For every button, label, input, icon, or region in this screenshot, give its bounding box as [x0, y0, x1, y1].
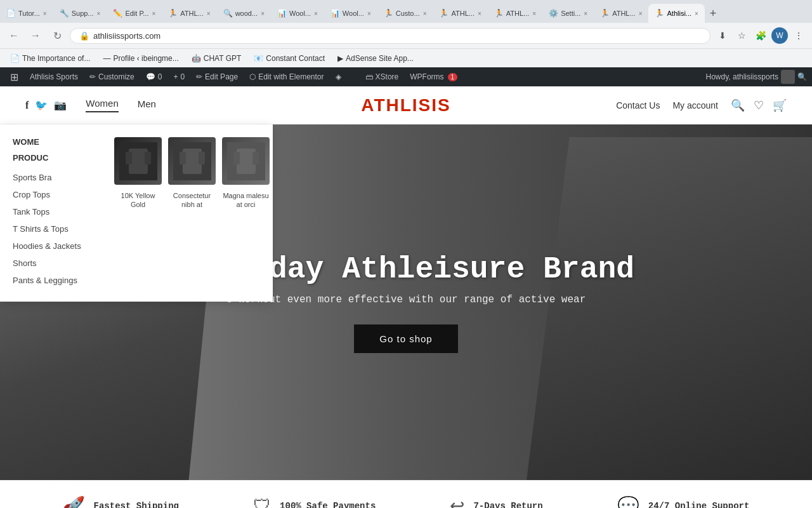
dropdown-category-t-shirts[interactable]: T Shirts & Tops — [13, 220, 102, 237]
facebook-icon[interactable]: f — [25, 100, 29, 111]
tab-11[interactable]: ⚙️ Setti... × — [542, 4, 594, 23]
support-label: 24/7 Online Support — [648, 501, 750, 509]
svg-rect-10 — [233, 152, 240, 164]
instagram-icon[interactable]: 📷 — [54, 99, 67, 111]
dropdown-products-header: PRODUC — [13, 153, 102, 163]
tab-close[interactable]: × — [261, 10, 265, 17]
search-icon[interactable]: 🔍 — [797, 72, 807, 81]
profile-icon[interactable]: W — [771, 27, 788, 44]
reload-button[interactable]: ↻ — [48, 27, 66, 44]
tab-favicon: 🔍 — [223, 9, 232, 18]
back-button[interactable]: ← — [5, 27, 23, 44]
bookmark-item[interactable]: ▶ AdSense Site App... — [332, 52, 419, 65]
bookmark-item[interactable]: 📄 The Importance of... — [5, 52, 95, 65]
wp-shape[interactable]: ◈ — [331, 67, 346, 86]
wp-xstore[interactable]: 🗃 XStore — [360, 67, 404, 86]
dropdown-category-crop-tops[interactable]: Crop Tops — [13, 186, 102, 203]
tab-close[interactable]: × — [43, 10, 47, 17]
nav-link-women[interactable]: Women — [86, 98, 118, 112]
wp-admin-bar: ⊞ Athlisis Sports ✏ Customize 💬 0 + 0 ✏ … — [0, 67, 812, 86]
tab-close[interactable]: × — [478, 10, 481, 17]
contact-us-link[interactable]: Contact Us — [616, 100, 660, 110]
product-thumb-1[interactable] — [114, 137, 162, 185]
tab-close[interactable]: × — [695, 10, 698, 17]
dropdown-category-hoodies[interactable]: Hoodies & Jackets — [13, 237, 102, 255]
wp-site-name[interactable]: Athlisis Sports — [25, 67, 83, 86]
new-tab-button[interactable]: + — [705, 7, 722, 20]
dropdown-category-shorts[interactable]: Shorts — [13, 255, 102, 272]
footer-bar: 🚀 Fastest Shipping 🛡 100% Safe Payments … — [0, 480, 812, 508]
tab-close[interactable]: × — [367, 10, 371, 17]
url-text: athlisiissports.com — [93, 31, 701, 41]
tab-favicon: 🔧 — [60, 9, 69, 18]
extensions-icon[interactable]: 🧩 — [752, 27, 769, 44]
tab-2[interactable]: 🔧 Supp... × — [53, 4, 107, 23]
my-account-link[interactable]: My account — [672, 100, 718, 110]
product-label-1: 10K Yellow Gold — [114, 191, 162, 210]
tab-title: Tutor... — [18, 10, 40, 17]
new-label: 0 — [180, 72, 185, 81]
dropdown-menu: WOME PRODUC Sports Bra Crop Tops Tank To… — [0, 124, 273, 302]
tab-close[interactable]: × — [532, 10, 536, 17]
tab-close[interactable]: × — [207, 10, 211, 17]
product-thumb-3[interactable] — [222, 137, 270, 185]
tab-close[interactable]: × — [639, 10, 643, 17]
wp-elementor[interactable]: ⬡ Edit with Elementor — [244, 67, 329, 86]
tab-title: ATHL... — [506, 10, 529, 17]
wp-comments[interactable]: 💬 0 — [141, 67, 167, 86]
forward-button[interactable]: → — [27, 27, 44, 44]
product-thumb-2[interactable] — [168, 137, 216, 185]
tab-13-active[interactable]: 🏃 Athlisi... × — [648, 4, 704, 23]
tab-1[interactable]: 📄 Tutor... × — [0, 4, 53, 23]
tab-10[interactable]: 🏃 ATHL... × — [488, 4, 542, 23]
bookmark-icon[interactable]: ☆ — [733, 27, 750, 44]
tab-6[interactable]: 📊 Wool... × — [271, 4, 324, 23]
svg-rect-6 — [180, 152, 186, 164]
bookmark-icon: 🤖 — [192, 54, 201, 63]
tab-12[interactable]: 🏃 ATHL... × — [594, 4, 648, 23]
url-bar[interactable]: 🔒 athlisiissports.com — [70, 28, 710, 44]
tab-close[interactable]: × — [584, 10, 587, 17]
wp-edit-page[interactable]: ✏ Edit Page — [191, 67, 243, 86]
tab-close[interactable]: × — [314, 10, 318, 17]
wishlist-icon[interactable]: ♡ — [754, 98, 764, 112]
bookmark-item[interactable]: — Profile ‹ ibeingme... — [98, 52, 183, 65]
bookmark-item[interactable]: 🤖 CHAT GPT — [187, 52, 247, 65]
bookmark-icon: — — [103, 54, 110, 63]
cart-icon[interactable]: 🛒 — [773, 98, 787, 112]
tab-3[interactable]: ✏️ Edit P... × — [107, 4, 162, 23]
bookmark-item[interactable]: 📧 Constant Contact — [249, 52, 330, 65]
tab-4[interactable]: 🏃 ATHL... × — [162, 4, 216, 23]
dropdown-category-tank-tops[interactable]: Tank Tops — [13, 203, 102, 220]
wp-new[interactable]: + 0 — [168, 67, 190, 86]
dropdown-category-sports-bra[interactable]: Sports Bra — [13, 169, 102, 186]
tab-8[interactable]: 🏃 Custo... × — [377, 4, 433, 23]
tab-favicon: 🏃 — [600, 9, 609, 18]
wp-customize[interactable]: ✏ Customize — [84, 67, 140, 86]
customize-icon: ✏ — [89, 72, 96, 81]
tab-title: ATHL... — [612, 10, 635, 17]
tab-close[interactable]: × — [423, 10, 427, 17]
plus-icon: + — [173, 72, 178, 81]
wp-logo-item[interactable]: ⊞ — [5, 67, 23, 86]
dropdown-category-pants[interactable]: Pants & Leggings — [13, 272, 102, 289]
tab-5[interactable]: 🔍 wood... × — [217, 4, 271, 23]
hero-cta-button[interactable]: Go to shop — [354, 324, 457, 353]
tab-9[interactable]: 🏃 ATHL... × — [433, 4, 487, 23]
tab-close[interactable]: × — [152, 10, 155, 17]
howdy-text: Howdy, athlisiissports — [706, 72, 778, 81]
bookmark-label: Profile ‹ ibeingme... — [113, 54, 178, 63]
nav-link-men[interactable]: Men — [138, 98, 156, 112]
svg-rect-11 — [252, 152, 259, 164]
tab-7[interactable]: 📊 Wool... × — [324, 4, 377, 23]
wp-wpforms[interactable]: WPForms 1 — [405, 67, 462, 86]
twitter-icon[interactable]: 🐦 — [35, 99, 48, 111]
search-icon[interactable]: 🔍 — [731, 98, 745, 112]
tab-title: Athlisi... — [667, 10, 691, 17]
menu-icon[interactable]: ⋮ — [790, 27, 807, 44]
download-icon[interactable]: ⬇ — [714, 27, 731, 44]
wp-site-name-label: Athlisis Sports — [30, 72, 78, 81]
footer-item-shipping: 🚀 Fastest Shipping — [63, 495, 179, 508]
bookmark-icon: 📄 — [10, 54, 20, 63]
tab-close[interactable]: × — [97, 10, 101, 17]
